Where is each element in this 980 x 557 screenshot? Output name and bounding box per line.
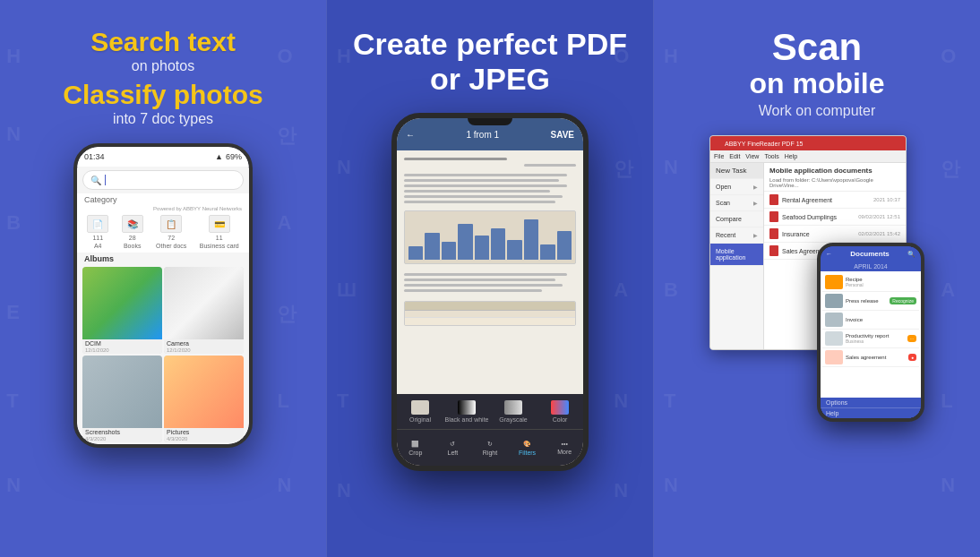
- doc-type-other: 📋 72 Other docs: [156, 215, 186, 249]
- page-info-mid: 1 from 1: [466, 130, 499, 140]
- back-button-mid[interactable]: ←: [406, 130, 415, 140]
- sidebar-recent[interactable]: Recent ▶: [710, 227, 763, 244]
- album-dcim[interactable]: DCIM 12/1/2020: [82, 267, 162, 354]
- left-label: Left: [448, 450, 459, 456]
- action-more[interactable]: ••• More: [546, 430, 583, 466]
- doc-item-insurance[interactable]: Insurance 02/02/2021 15:42: [764, 226, 906, 243]
- menu-help[interactable]: Help: [785, 153, 797, 159]
- overlay-doc-recipe[interactable]: Recipe Personal: [822, 273, 919, 292]
- overlay-back: ←: [826, 251, 832, 257]
- overlay-doc-invoice[interactable]: Invoice: [822, 311, 919, 330]
- rotate-left-icon: ↺: [450, 441, 455, 448]
- overlay-doc-sales-agr[interactable]: Sales agreement ●: [822, 348, 919, 367]
- phone-status-bar-left: 01:34 ▲ 69%: [77, 147, 249, 167]
- action-filters[interactable]: 🎨 Filters: [509, 430, 546, 466]
- line7: [404, 273, 567, 276]
- a4-count: 111: [92, 235, 103, 241]
- recipe-cat: Personal: [846, 282, 916, 287]
- sidebar-mobile[interactable]: Mobile application: [710, 244, 763, 266]
- filter-thumb-grayscale: [504, 400, 522, 415]
- phone-screen-middle: ← 1 from 1 SAVE: [397, 118, 583, 466]
- options-label[interactable]: Options: [821, 398, 921, 408]
- doc-date-seafood: 09/02/2021 12:51: [858, 214, 900, 219]
- overlay-doc-press[interactable]: Press release Recognize: [822, 292, 919, 311]
- sidebar-compare[interactable]: Compare: [710, 211, 763, 227]
- category-label: Category: [77, 193, 249, 206]
- action-row: ⬜ Crop ↺ Left ↻ Right 🎨 Filters: [397, 430, 583, 466]
- menu-edit[interactable]: Edit: [729, 153, 740, 159]
- bg-letter: H: [6, 45, 21, 68]
- into-7-doc-subtitle: into 7 doc types: [63, 111, 262, 127]
- help-label[interactable]: Help: [821, 408, 921, 418]
- more-label: More: [557, 449, 572, 455]
- filter-thumb-bw: [458, 400, 476, 415]
- bg-letter: T: [664, 390, 675, 413]
- productivity-info: Productivity report Business: [846, 333, 905, 344]
- filter-color[interactable]: Color: [537, 394, 583, 429]
- classify-photos-title: Classify photos: [63, 80, 262, 109]
- chart-bar-8: [524, 219, 538, 260]
- doc-item-rental[interactable]: Rental Agreement 2021 10:37: [764, 192, 906, 209]
- line6: [404, 201, 555, 203]
- sidebar-open[interactable]: Open ▶: [710, 179, 763, 195]
- filter-grayscale[interactable]: Grayscale: [490, 394, 537, 429]
- menu-view[interactable]: View: [745, 153, 759, 159]
- bg-letter: O: [277, 45, 292, 68]
- album-pictures[interactable]: Pictures 4/3/2020: [164, 356, 244, 442]
- recipe-thumb: [825, 275, 843, 289]
- bg-letter: A: [941, 278, 955, 302]
- overlay-icons: 🔍: [907, 251, 916, 258]
- table-row-1: [405, 311, 575, 318]
- new-task-label: New Task: [710, 163, 763, 179]
- phone-search-bar[interactable]: 🔍: [82, 170, 244, 190]
- bg-letter: N: [277, 474, 291, 497]
- action-right[interactable]: ↻ Right: [471, 430, 509, 466]
- doc-item-seafood[interactable]: Seafood Dumplings 09/02/2021 12:51: [764, 209, 906, 226]
- panel-middle: H O N 안 Ш A T N N N Create perfect PDF o…: [326, 0, 654, 557]
- open-label: Open: [716, 184, 731, 190]
- line2: [404, 179, 559, 182]
- line4: [404, 190, 550, 193]
- bg-letter: L: [941, 390, 952, 413]
- press-thumb: [825, 294, 843, 308]
- save-button-mid[interactable]: SAVE: [551, 130, 575, 140]
- menu-tools[interactable]: Tools: [764, 153, 778, 159]
- bg-letter: N: [941, 474, 955, 497]
- album-date-camera: 12/1/2020: [164, 347, 244, 354]
- overlay-doc-productivity[interactable]: Productivity report Business ···: [822, 330, 919, 348]
- album-camera[interactable]: Camera 12/1/2020: [164, 267, 244, 354]
- table-header: [405, 302, 575, 311]
- books-icon: 📚: [122, 215, 143, 233]
- line9: [404, 284, 563, 287]
- doc-type-a4: 📄 111 A4: [87, 215, 108, 249]
- action-left[interactable]: ↺ Left: [434, 430, 472, 466]
- filter-original[interactable]: Original: [397, 394, 443, 429]
- recent-arrow: ▶: [753, 232, 758, 238]
- chart-bar-1: [408, 246, 423, 260]
- album-screenshots[interactable]: Screenshots 4/3/2020: [82, 356, 162, 442]
- overlay-screen: ← Documents 🔍 APRIL 2014 Recipe Personal: [821, 246, 921, 418]
- filter-bw[interactable]: Black and white: [443, 394, 490, 429]
- filters-icon: 🎨: [523, 441, 531, 448]
- doc-table-area: [404, 301, 576, 326]
- line8: [404, 278, 555, 281]
- chart-bar-4: [458, 224, 472, 260]
- app-sidebar: New Task Open ▶ Scan ▶ Compare Recent: [710, 163, 764, 349]
- sales-agr-badge: ●: [908, 354, 916, 361]
- search-icon-left: 🔍: [90, 176, 101, 185]
- sidebar-scan[interactable]: Scan ▶: [710, 195, 763, 211]
- bg-letter: L: [277, 390, 288, 413]
- bg-letter: T: [6, 390, 18, 413]
- scan-title: Scan: [749, 27, 884, 68]
- menu-file[interactable]: File: [714, 153, 724, 159]
- filter-row: Original Black and white Grayscale Color: [397, 394, 583, 430]
- doc-name-seafood: Seafood Dumplings: [782, 214, 855, 220]
- phone-mockup-middle: ← 1 from 1 SAVE: [391, 113, 589, 471]
- chart-bar-7: [507, 240, 521, 261]
- a4-icon: 📄: [87, 215, 108, 233]
- search-text-title: Search text: [63, 27, 262, 56]
- doc-title-line: [404, 158, 507, 160]
- open-arrow: ▶: [753, 184, 758, 190]
- action-crop[interactable]: ⬜ Crop: [397, 430, 434, 466]
- productivity-thumb: [825, 331, 843, 346]
